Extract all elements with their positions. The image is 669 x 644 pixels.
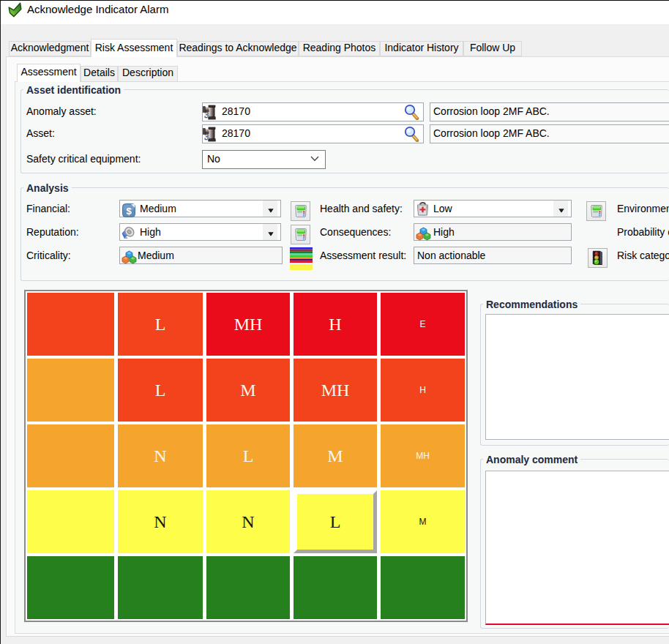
svg-text:3: 3 xyxy=(204,109,209,120)
svg-text:$: $ xyxy=(126,206,132,217)
